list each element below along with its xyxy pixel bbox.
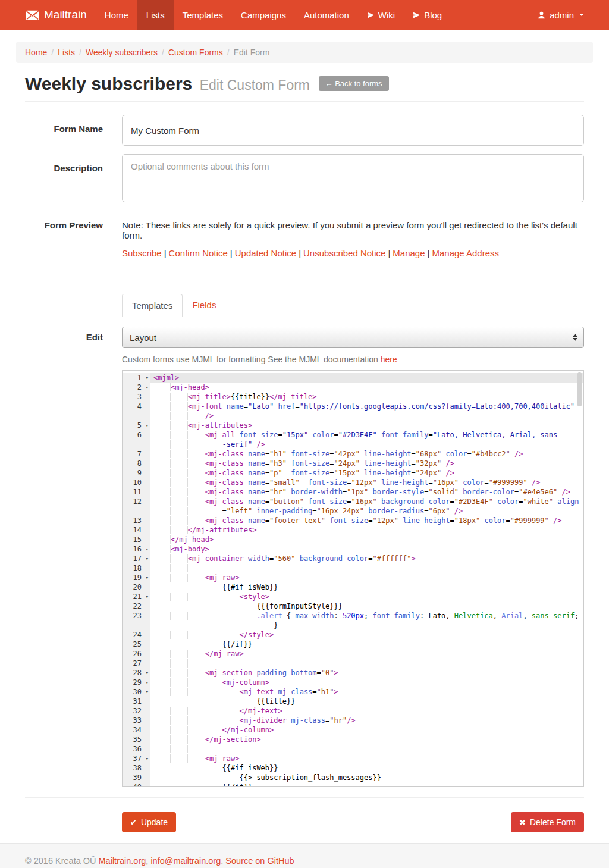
select-value: Layout [130, 333, 156, 343]
code-line[interactable]: 14 </mj-attributes> [123, 525, 583, 535]
nav-item-automation[interactable]: Automation [295, 0, 358, 30]
preview-link-confirm-notice[interactable]: Confirm Notice [169, 248, 228, 258]
code-line[interactable]: 40 {{/if}} [123, 782, 583, 787]
code-line[interactable]: 5▾ <mj-attributes> [123, 421, 583, 430]
code-line[interactable]: 11 <mj-class name="hr" border-width="1px… [123, 487, 583, 497]
line-number-gutter [123, 411, 150, 421]
code-line[interactable]: 6 <mj-all font-size="15px" color="#2D3E4… [123, 430, 583, 440]
code-line[interactable]: } [123, 621, 583, 630]
code-line[interactable]: 22 {{{formInputStyle}}} [123, 601, 583, 611]
mjml-doc-link[interactable]: here [381, 355, 397, 364]
nav-item-lists[interactable]: Lists [137, 0, 174, 30]
code-line[interactable]: 38 {{#if isWeb}} [123, 763, 583, 773]
code-line[interactable]: 13 <mj-class name="footer-text" font-siz… [123, 516, 583, 525]
code-line[interactable]: 25 {{/if}} [123, 640, 583, 649]
code-line[interactable]: 7 <mj-class name="h1" font-size="42px" l… [123, 449, 583, 459]
code-line[interactable]: 10 <mj-class name="small" font-size="12p… [123, 478, 583, 487]
footer-link-mailtrain-org[interactable]: Mailtrain.org [99, 856, 146, 866]
back-to-forms-button[interactable]: ← Back to forms [319, 76, 389, 91]
nav-item-wiki[interactable]: Wiki [358, 0, 404, 30]
fold-toggle-icon[interactable]: ▾ [146, 678, 149, 687]
code-line[interactable]: 36 [123, 744, 583, 754]
line-number-gutter: 7 [123, 449, 150, 459]
code-line[interactable]: 29▾ <mj-column> [123, 678, 583, 687]
code-line[interactable]: 3 <mj-title>{{title}}</mj-title> [123, 392, 583, 402]
delete-form-button[interactable]: ✖ Delete Form [511, 812, 584, 832]
fold-toggle-icon[interactable]: ▾ [146, 687, 149, 697]
code-line[interactable]: 26 </mj-raw> [123, 649, 583, 659]
code-line[interactable]: 16▾ <mj-body> [123, 544, 583, 554]
code-editor[interactable]: 1▾<mjml>2▾ <mj-head>3 <mj-title>{{title}… [122, 370, 584, 787]
code-line[interactable]: 9 <mj-class name="p" font-size="15px" li… [123, 468, 583, 478]
code-line[interactable]: 39 {{> subscription_flash_messages}} [123, 773, 583, 782]
fold-toggle-icon[interactable]: ▾ [146, 573, 149, 582]
fold-toggle-icon[interactable]: ▾ [146, 421, 149, 430]
code-line[interactable]: 20 {{#if isWeb}} [123, 582, 583, 592]
preview-link-subscribe[interactable]: Subscribe [122, 248, 162, 258]
preview-link-unsubscribed-notice[interactable]: Unsubscribed Notice [303, 248, 385, 258]
code-line[interactable]: 15 </mj-head> [123, 535, 583, 544]
preview-link-updated-notice[interactable]: Updated Notice [235, 248, 296, 258]
fold-toggle-icon[interactable]: ▾ [146, 383, 149, 392]
edit-template-select[interactable]: Layout [122, 327, 584, 348]
code-line[interactable]: 2▾ <mj-head> [123, 383, 583, 392]
code-line[interactable]: 1▾<mjml> [123, 373, 583, 383]
fold-toggle-icon[interactable]: ▾ [146, 544, 149, 554]
brand-mailtrain[interactable]: Mailtrain [16, 0, 96, 30]
code-line[interactable]: 32 </mj-text> [123, 706, 583, 716]
tab-templates[interactable]: Templates [122, 294, 183, 317]
code-line[interactable]: 28▾ <mj-section padding-bottom="0"> [123, 668, 583, 678]
breadcrumb-link-home[interactable]: Home [25, 48, 47, 57]
breadcrumb-link-custom-forms[interactable]: Custom Forms [168, 48, 223, 57]
code-line[interactable]: ="left" inner-padding="16px 24px" border… [123, 506, 583, 516]
code-line[interactable]: 12 <mj-class name="button" font-size="16… [123, 497, 583, 506]
code-line[interactable]: 23 .alert { max-width: 520px; font-famil… [123, 611, 583, 621]
fold-toggle-icon[interactable]: ▾ [146, 592, 149, 601]
line-number: 4 [137, 402, 142, 411]
code-line[interactable]: 35 </mj-section> [123, 735, 583, 744]
footer-link-source-on-github[interactable]: Source on GitHub [225, 856, 294, 866]
line-number-gutter: 31 [123, 697, 150, 706]
preview-link-manage[interactable]: Manage [393, 248, 425, 258]
code-line[interactable]: 30▾ <mj-text mj-class="h1"> [123, 687, 583, 697]
code-line[interactable]: 19▾ <mj-raw> [123, 573, 583, 582]
tab-fields[interactable]: Fields [183, 294, 225, 317]
footer-link-info-mailtrain-org[interactable]: info@mailtrain.org [150, 856, 221, 866]
nav-item-blog[interactable]: Blog [404, 0, 451, 30]
code-line[interactable]: 37▾ <mj-raw> [123, 754, 583, 763]
line-number-gutter: 19▾ [123, 573, 150, 582]
code-line[interactable]: /> [123, 411, 583, 421]
update-button[interactable]: ✔ Update [122, 812, 176, 832]
code-text: </mj-section> [150, 735, 583, 744]
nav-item-home[interactable]: Home [96, 0, 137, 30]
code-line[interactable]: 4 <mj-font name="Lato" href="https://fon… [123, 402, 583, 411]
code-line[interactable]: 21▾ <style> [123, 592, 583, 601]
page-title: Weekly subscribers [25, 74, 192, 93]
form-name-input[interactable] [122, 115, 584, 146]
editor-scrollbar[interactable] [577, 372, 582, 406]
fold-toggle-icon[interactable]: ▾ [146, 373, 149, 383]
breadcrumb-link-lists[interactable]: Lists [58, 48, 75, 57]
code-text: <mj-head> [150, 383, 583, 392]
fold-toggle-icon[interactable]: ▾ [146, 668, 149, 678]
fold-toggle-icon[interactable]: ▾ [146, 554, 149, 563]
code-line[interactable]: -serif" /> [123, 440, 583, 449]
nav-item-templates[interactable]: Templates [174, 0, 232, 30]
code-line[interactable]: 8 <mj-class name="h3" font-size="24px" l… [123, 459, 583, 468]
code-line[interactable]: 33 <mj-divider mj-class="hr"/> [123, 716, 583, 725]
user-menu[interactable]: admin [528, 0, 593, 30]
preview-link-manage-address[interactable]: Manage Address [432, 248, 499, 258]
line-number: 34 [133, 725, 142, 735]
code-line[interactable]: 18 [123, 563, 583, 573]
fold-toggle-icon[interactable]: ▾ [146, 754, 149, 763]
code-line[interactable]: 24 </style> [123, 630, 583, 640]
code-line[interactable]: 34 </mj-column> [123, 725, 583, 735]
breadcrumb-link-weekly-subscribers[interactable]: Weekly subscribers [86, 48, 158, 57]
code-line[interactable]: 27 [123, 659, 583, 668]
line-number-gutter: 30▾ [123, 687, 150, 697]
code-line[interactable]: 31 {{title}} [123, 697, 583, 706]
code-line[interactable]: 17▾ <mj-container width="560" background… [123, 554, 583, 563]
line-number: 13 [133, 516, 142, 525]
nav-item-campaigns[interactable]: Campaigns [232, 0, 295, 30]
description-textarea[interactable] [122, 154, 584, 202]
